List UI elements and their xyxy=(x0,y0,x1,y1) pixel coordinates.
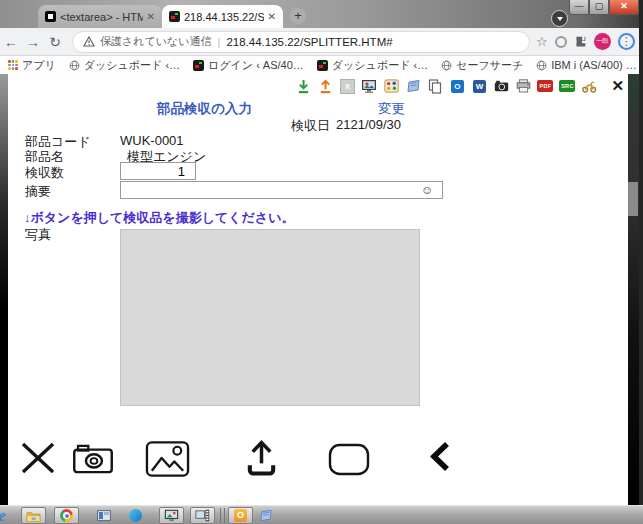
reload-icon[interactable]: ↻ xyxy=(44,34,66,50)
printer-icon[interactable] xyxy=(515,78,531,94)
pdf-export-icon[interactable]: PDF xyxy=(537,78,553,94)
extensions-puzzle-icon[interactable] xyxy=(574,35,587,48)
tab-splitter-page[interactable]: 218.44.135.22/SPLITTER.HTM ✕ xyxy=(162,5,283,28)
frame-shape-icon[interactable] xyxy=(328,443,370,476)
page-content: X O W xyxy=(0,74,643,505)
new-tab-button[interactable]: + xyxy=(290,8,306,24)
camera-action-bar xyxy=(0,434,470,494)
tab-close-icon[interactable]: ✕ xyxy=(147,11,155,22)
taskbar-explorer-folder-icon[interactable] xyxy=(21,507,46,524)
excel-disabled-icon[interactable]: X xyxy=(339,78,355,94)
bookmark-star-icon[interactable]: ☆ xyxy=(536,34,548,49)
bookmark-login-as400[interactable]: ログイン ‹ AS/40… xyxy=(193,58,304,73)
gallery-icon[interactable] xyxy=(145,440,190,478)
quantity-input[interactable] xyxy=(120,162,196,180)
taskbar-separator xyxy=(220,508,225,523)
scrollbar-thumb[interactable] xyxy=(628,182,638,216)
extension-icon[interactable] xyxy=(555,36,567,48)
taskbar-internet-explorer-icon[interactable]: e xyxy=(0,507,10,524)
bookmark-safesearch[interactable]: セーフサーチ xyxy=(441,58,523,73)
close-window-button[interactable]: ✕ xyxy=(609,0,639,15)
desktop-screen: <textarea> - HTML: HyperTe ✕ 218.44.135.… xyxy=(0,0,643,524)
palette-icon[interactable] xyxy=(383,78,399,94)
toolbar-actions: ☆ 一郎 ⋮ xyxy=(536,33,635,50)
profile-avatar[interactable]: 一郎 xyxy=(594,33,611,50)
tab-title: 218.44.135.22/SPLITTER.HTM xyxy=(184,11,264,23)
quantity-label: 検収数 xyxy=(25,164,64,182)
apps-grid-icon xyxy=(8,60,18,70)
bookmark-dashboard-1[interactable]: ダッシュボード ‹… xyxy=(69,58,180,73)
display-capture-icon[interactable] xyxy=(361,78,377,94)
omnibox-separator: | xyxy=(218,36,221,48)
page-close-icon[interactable]: ✕ xyxy=(611,77,624,95)
globe-icon xyxy=(69,60,80,71)
tab-dropdown-button[interactable] xyxy=(551,10,568,27)
address-bar[interactable]: 保護されていない通信 | 218.44.135.22/SPLITTER.HTM# xyxy=(72,31,530,53)
terminal-favicon xyxy=(169,11,180,22)
photo-placeholder xyxy=(120,229,420,406)
taskbar-outlook-icon[interactable]: O xyxy=(228,507,253,524)
browser-menu-icon[interactable]: ⋮ xyxy=(618,33,635,50)
browser-toolbar: ← → ↻ 保護されていない通信 | 218.44.135.22/SPLITTE… xyxy=(0,28,643,56)
url-text: 218.44.135.22/SPLITTER.HTM# xyxy=(226,36,392,48)
emoji-picker-icon[interactable]: ☺ xyxy=(421,183,433,197)
summary-label: 摘要 xyxy=(25,183,51,201)
page-title: 部品検収の入力 xyxy=(157,100,252,118)
taskbar-notepad-icon[interactable] xyxy=(256,507,276,524)
window-right-border xyxy=(639,0,643,505)
minimize-button[interactable]: — xyxy=(569,0,589,15)
bookmarks-bar: アプリ ダッシュボード ‹… ログイン ‹ AS/40… ダッシュボード ‹… … xyxy=(0,56,643,74)
page-toolbar: X O W xyxy=(0,76,627,96)
part-code-value: WUK-0001 xyxy=(120,133,184,148)
bookmark-apps[interactable]: アプリ xyxy=(8,58,56,73)
summary-input[interactable] xyxy=(120,181,443,199)
tab-close-icon[interactable]: ✕ xyxy=(268,11,276,22)
tab-title: <textarea> - HTML: HyperTe xyxy=(60,11,143,23)
terminal-favicon xyxy=(317,60,328,71)
globe-icon xyxy=(536,60,547,71)
take-photo-camera-icon[interactable] xyxy=(72,444,114,474)
bookmark-ibmi[interactable]: IBM i (AS/400) … xyxy=(536,59,637,71)
not-secure-warning-icon xyxy=(83,36,95,47)
taskbar-app-window-icon[interactable] xyxy=(94,507,114,524)
inspection-date-value: 2121/09/30 xyxy=(336,117,401,132)
window-controls: — ▢ ✕ xyxy=(569,0,639,15)
notepad-icon[interactable] xyxy=(405,78,421,94)
terminal-favicon xyxy=(193,60,204,71)
inspection-date-label: 検収日 xyxy=(291,117,330,135)
src-view-icon[interactable]: SRC xyxy=(559,78,575,94)
change-link[interactable]: 変更 xyxy=(378,100,405,118)
security-label: 保護されていない通信 xyxy=(100,34,212,49)
word-icon[interactable]: W xyxy=(471,78,487,94)
camera-small-icon[interactable] xyxy=(493,78,509,94)
photo-label: 写真 xyxy=(25,226,51,244)
windows-taskbar: e O xyxy=(0,505,643,524)
scooter-icon[interactable] xyxy=(581,78,597,94)
upload-photo-icon[interactable] xyxy=(244,439,279,478)
mdn-favicon xyxy=(45,11,56,22)
maximize-button[interactable]: ▢ xyxy=(589,0,609,15)
outlook-icon[interactable]: O xyxy=(449,78,465,94)
back-chevron-icon[interactable] xyxy=(428,441,450,472)
forward-icon[interactable]: → xyxy=(22,34,44,50)
cancel-x-icon[interactable] xyxy=(20,442,56,474)
taskbar-chrome-icon[interactable] xyxy=(54,507,79,524)
bookmark-dashboard-2[interactable]: ダッシュボード ‹… xyxy=(317,58,428,73)
taskbar-graphics-viewer-icon[interactable] xyxy=(159,507,184,524)
taskbar-video-tool-icon[interactable] xyxy=(190,507,215,524)
window-titlebar: <textarea> - HTML: HyperTe ✕ 218.44.135.… xyxy=(0,0,643,28)
download-icon[interactable] xyxy=(295,78,311,94)
copy-icon[interactable] xyxy=(427,78,443,94)
tab-textarea-page[interactable]: <textarea> - HTML: HyperTe ✕ xyxy=(38,5,162,28)
globe-icon xyxy=(441,60,452,71)
upload-icon[interactable] xyxy=(317,78,333,94)
instruction-text: ↓ボタンを押して検収品を撮影してください。 xyxy=(24,209,294,227)
taskbar-edge-icon[interactable] xyxy=(125,507,145,524)
back-icon[interactable]: ← xyxy=(0,34,22,50)
